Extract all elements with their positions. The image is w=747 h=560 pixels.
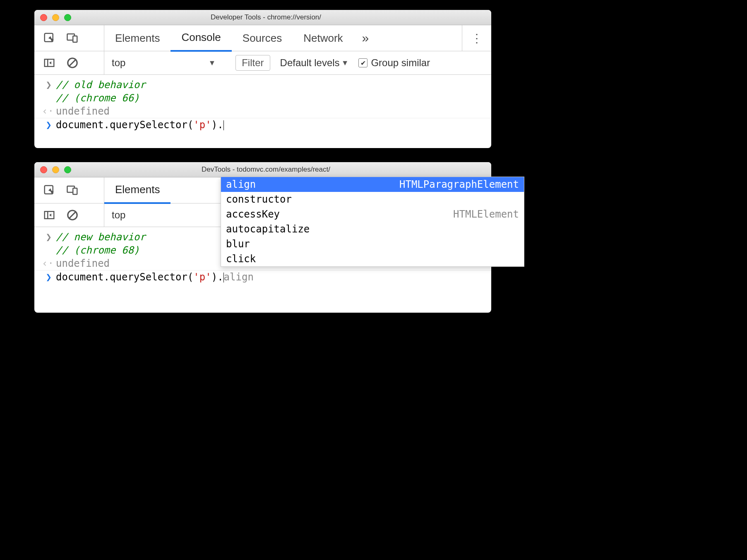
console-comment: // old behavior xyxy=(56,79,146,91)
console-result: undefined xyxy=(56,258,110,269)
input-gutter-icon: ❯ xyxy=(42,79,56,91)
close-window-button[interactable] xyxy=(40,166,47,173)
toggle-device-toolbar-icon[interactable] xyxy=(65,31,80,45)
more-tabs-icon[interactable]: » xyxy=(354,31,377,45)
svg-line-6 xyxy=(70,60,76,66)
window-titlebar: Developer Tools - chrome://version/ xyxy=(34,10,491,25)
inspect-element-icon[interactable] xyxy=(42,31,57,45)
inspect-element-icon[interactable] xyxy=(42,183,57,198)
window-titlebar: DevTools - todomvc.com/examples/react/ xyxy=(34,162,491,177)
zoom-window-button[interactable] xyxy=(64,14,71,21)
log-level-selector[interactable]: Default levels ▼ xyxy=(280,57,349,69)
context-label: top xyxy=(112,57,125,69)
context-label: top xyxy=(112,209,125,221)
console-toolbar: top ▼ Filter Default levels ▼ ✔ Group si… xyxy=(34,51,491,75)
toggle-device-toolbar-icon[interactable] xyxy=(65,183,80,198)
console-sidebar-toggle-icon[interactable] xyxy=(42,208,57,223)
console-comment: // (chrome 66) xyxy=(56,92,139,104)
autocomplete-item[interactable]: accessKey HTMLElement xyxy=(221,207,524,222)
autocomplete-item[interactable]: constructor xyxy=(221,192,524,207)
minimize-window-button[interactable] xyxy=(52,14,59,21)
svg-rect-9 xyxy=(73,188,77,194)
autocomplete-popup: align HTMLParagraphElement constructor a… xyxy=(221,177,524,267)
group-similar-label: Group similar xyxy=(371,57,430,69)
devtools-window-2: DevTools - todomvc.com/examples/react/ xyxy=(34,162,491,313)
svg-rect-2 xyxy=(73,36,77,42)
panel-menu-icon[interactable]: ⋮ xyxy=(462,25,491,51)
devtools-window-1: Developer Tools - chrome://version/ xyxy=(34,10,491,148)
panel-tabs-row: Elements Console Sources Network » ⋮ xyxy=(34,25,491,51)
console-filter-input[interactable]: Filter xyxy=(235,55,270,71)
tab-network[interactable]: Network xyxy=(293,25,353,51)
active-input-gutter-icon: ❯ xyxy=(42,271,56,283)
autocomplete-item[interactable]: click xyxy=(221,251,524,266)
traffic-lights xyxy=(40,14,71,21)
window-title: Developer Tools - chrome://version/ xyxy=(71,13,461,22)
dropdown-icon: ▼ xyxy=(341,59,349,67)
traffic-lights xyxy=(40,166,71,173)
console-comment: // new behavior xyxy=(56,231,146,243)
input-gutter-icon: ❯ xyxy=(42,231,56,243)
active-input-gutter-icon: ❯ xyxy=(42,119,56,131)
tab-sources[interactable]: Sources xyxy=(232,25,293,51)
tab-console[interactable]: Console xyxy=(171,24,231,52)
tab-elements[interactable]: Elements xyxy=(104,177,171,204)
autocomplete-ghost: align xyxy=(224,271,254,283)
svg-line-13 xyxy=(70,212,76,218)
autocomplete-item-name: align xyxy=(226,179,256,190)
autocomplete-item-name: constructor xyxy=(226,194,292,205)
autocomplete-item-hint: HTMLParagraphElement xyxy=(399,179,519,190)
execution-context-selector[interactable]: top ▼ xyxy=(104,51,223,74)
autocomplete-item-name: accessKey xyxy=(226,208,280,220)
text-cursor xyxy=(223,120,224,130)
panel-tabs: Elements xyxy=(104,177,171,203)
autocomplete-item[interactable]: align HTMLParagraphElement xyxy=(221,177,524,192)
clear-console-icon[interactable] xyxy=(65,55,80,70)
minimize-window-button[interactable] xyxy=(52,166,59,173)
result-gutter-icon: ‹· xyxy=(42,258,56,269)
clear-console-icon[interactable] xyxy=(65,208,80,223)
autocomplete-item[interactable]: blur xyxy=(221,237,524,251)
text-cursor xyxy=(223,273,224,282)
console-output: ❯ // old behavior // (chrome 66) ‹· unde… xyxy=(34,75,491,148)
zoom-window-button[interactable] xyxy=(64,166,71,173)
console-sidebar-toggle-icon[interactable] xyxy=(42,55,57,70)
console-input[interactable]: document.querySelector('p'). xyxy=(56,119,224,131)
autocomplete-item-name: blur xyxy=(226,238,250,250)
console-comment: // (chrome 68) xyxy=(56,244,139,256)
levels-label: Default levels xyxy=(280,57,340,69)
group-similar-toggle[interactable]: ✔ Group similar xyxy=(358,57,430,69)
tab-elements[interactable]: Elements xyxy=(104,25,171,51)
panel-tabs: Elements Console Sources Network » xyxy=(104,25,377,51)
dropdown-icon: ▼ xyxy=(208,59,216,67)
autocomplete-item-name: click xyxy=(226,253,256,265)
execution-context-selector[interactable]: top xyxy=(104,203,133,227)
result-gutter-icon: ‹· xyxy=(42,105,56,117)
autocomplete-item-hint: HTMLElement xyxy=(453,208,519,220)
console-result: undefined xyxy=(56,105,110,117)
window-title: DevTools - todomvc.com/examples/react/ xyxy=(71,165,461,174)
checkbox-checked-icon[interactable]: ✔ xyxy=(358,58,367,67)
autocomplete-item-name: autocapitalize xyxy=(226,223,310,235)
autocomplete-item[interactable]: autocapitalize xyxy=(221,222,524,237)
console-input[interactable]: document.querySelector('p').align xyxy=(56,271,254,283)
close-window-button[interactable] xyxy=(40,14,47,21)
